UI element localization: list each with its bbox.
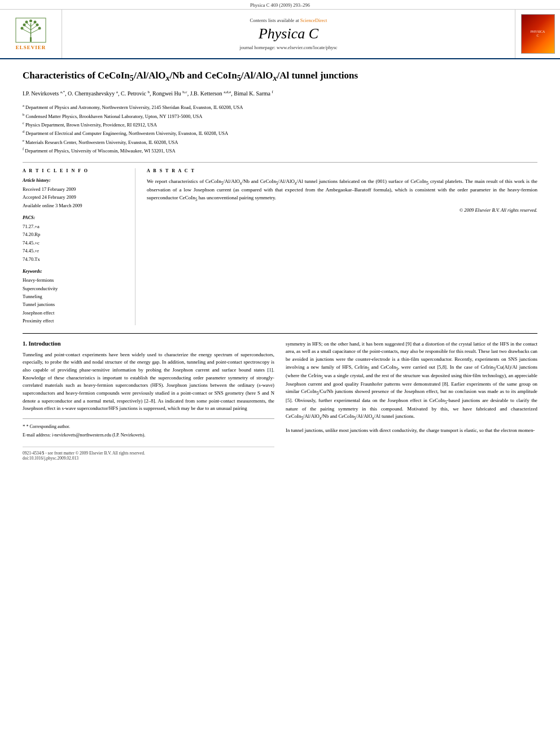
- svg-point-8: [21, 27, 24, 30]
- received-date: Received 17 February 2009: [23, 185, 126, 193]
- keyword-2: Superconductivity: [23, 285, 126, 292]
- abstract-text: We report characteristics of CeCoIn5/Al/…: [147, 178, 537, 203]
- journal-header: ELSEVIER Contents lists available at Sci…: [0, 10, 560, 59]
- pacs-3: 74.45.+c: [23, 239, 126, 247]
- pacs-heading: PACS:: [23, 215, 126, 220]
- journal-thumbnail: PHYSICAC: [515, 10, 560, 58]
- pacs-1: 71.27.+a: [23, 222, 126, 230]
- svg-point-9: [23, 24, 26, 27]
- intro-body-right-p2: In tunnel junctions, unlike most junctio…: [286, 427, 537, 435]
- top-bar: Physica C 469 (2009) 293–296: [0, 0, 560, 10]
- pacs-5: 74.70.Tx: [23, 255, 126, 263]
- svg-point-12: [36, 24, 39, 27]
- svg-line-3: [24, 25, 31, 30]
- intro-title: 1. Introduction: [23, 340, 274, 347]
- article-title: Characteristics of CeCoIn5/Al/AlOx/Nb an…: [23, 69, 537, 84]
- accepted-date: Accepted 24 February 2009: [23, 193, 126, 201]
- pacs-codes: 71.27.+a 74.20.Rp 74.45.+c 74.45.+r 74.7…: [23, 222, 126, 263]
- keywords-heading: Keywords:: [23, 269, 126, 274]
- corresponding-note: * * Corresponding author.: [23, 422, 274, 431]
- affiliation-d: d Department of Electrical and Computer …: [23, 129, 537, 137]
- keyword-1: Heavy-fermions: [23, 276, 126, 284]
- intro-body-right: symmetry in HFS; on the other hand, it h…: [286, 340, 537, 422]
- pacs-2: 74.20.Rp: [23, 230, 126, 238]
- body-section: 1. Introduction Tunneling and point-cont…: [23, 333, 537, 461]
- sciencedirect-link[interactable]: ScienceDirect: [300, 18, 327, 23]
- svg-line-6: [31, 25, 38, 30]
- cover-image: PHYSICAC: [521, 14, 555, 54]
- svg-line-2: [22, 29, 31, 33]
- authors-line: I.P. Nevirkovets a,*, O. Chernyashevskyy…: [23, 89, 537, 98]
- info-abstract-section: A R T I C L E I N F O Article history: R…: [23, 168, 537, 325]
- journal-center: Contents lists available at ScienceDirec…: [62, 10, 515, 58]
- abstract-panel: A B S T R A C T We report characteristic…: [147, 168, 537, 325]
- article-info-heading: A R T I C L E I N F O: [23, 168, 126, 173]
- body-columns: 1. Introduction Tunneling and point-cont…: [23, 340, 537, 461]
- body-col-left: 1. Introduction Tunneling and point-cont…: [23, 340, 274, 461]
- journal-name: Physica C: [259, 25, 318, 42]
- elsevier-text: ELSEVIER: [16, 45, 46, 50]
- contents-line: Contents lists available at ScienceDirec…: [250, 18, 327, 23]
- affiliation-a: a Department of Physics and Astronomy, N…: [23, 103, 537, 111]
- svg-line-5: [31, 29, 40, 33]
- copyright-notice: © 2009 Elsevier B.V. All rights reserved…: [147, 207, 537, 213]
- keyword-3: Tunneling: [23, 292, 126, 300]
- keywords: Heavy-fermions Superconductivity Tunneli…: [23, 276, 126, 325]
- affiliation-c: c Physics Department, Brown University, …: [23, 120, 537, 129]
- header-rule: [23, 162, 537, 163]
- affiliation-e: e Materials Research Center, Northwester…: [23, 138, 537, 146]
- svg-point-13: [34, 21, 37, 24]
- svg-rect-0: [30, 37, 32, 42]
- svg-point-11: [38, 27, 41, 30]
- article-info-panel: A R T I C L E I N F O Article history: R…: [23, 168, 135, 325]
- available-date: Available online 3 March 2009: [23, 202, 126, 209]
- elsevier-logo-section: ELSEVIER: [0, 10, 62, 58]
- body-col-right: symmetry in HFS; on the other hand, it h…: [286, 340, 537, 461]
- abstract-heading: A B S T R A C T: [147, 168, 537, 173]
- elsevier-tree-logo: [15, 18, 46, 43]
- intro-body-left: Tunneling and point-contact experiments …: [23, 351, 274, 413]
- footnote-area: * * Corresponding author. E-mail address…: [23, 418, 274, 439]
- affiliations: a Department of Physics and Astronomy, N…: [23, 103, 537, 155]
- journal-reference: Physica C 469 (2009) 293–296: [250, 2, 310, 8]
- doi-line: doi:10.1016/j.physc.2009.02.013: [23, 456, 274, 461]
- bottom-bar: 0921-4534/$ - see front matter © 2009 El…: [23, 447, 274, 461]
- affiliation-b: b Condensed Matter Physics, Brookhaven N…: [23, 112, 537, 120]
- svg-point-14: [29, 20, 32, 23]
- svg-point-10: [25, 21, 28, 24]
- affiliation-f: f Department of Physics, University of W…: [23, 146, 537, 155]
- journal-homepage: journal homepage: www.elsevier.com/locat…: [239, 45, 337, 50]
- article-dates: Received 17 February 2009 Accepted 24 Fe…: [23, 185, 126, 209]
- email-note: E-mail address: i-nevirkovets@northweste…: [23, 432, 274, 439]
- issn-line: 0921-4534/$ - see front matter © 2009 El…: [23, 451, 274, 456]
- keyword-6: Proximity effect: [23, 317, 126, 325]
- keyword-4: Tunnel junctions: [23, 300, 126, 308]
- keyword-5: Josephson effect: [23, 309, 126, 317]
- pacs-4: 74.45.+r: [23, 247, 126, 255]
- history-heading: Article history:: [23, 178, 126, 183]
- main-content: Characteristics of CeCoIn5/Al/AlOx/Nb an…: [0, 59, 560, 469]
